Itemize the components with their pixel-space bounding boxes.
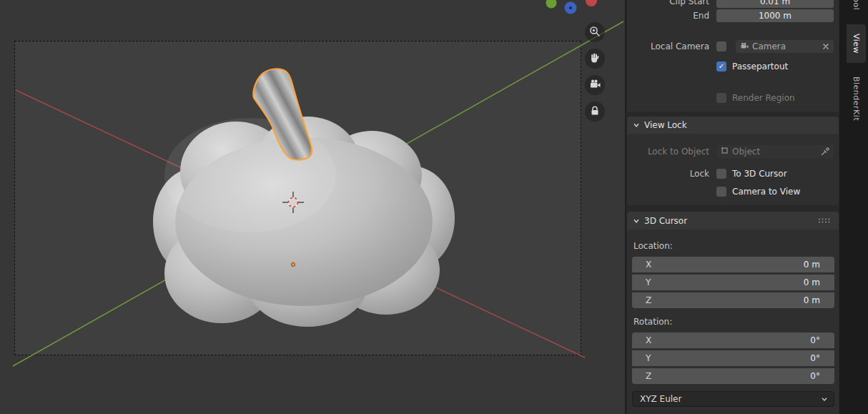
cursor-location-y-field[interactable]: Y 0 m xyxy=(632,275,834,290)
gizmo-y-axis-ball[interactable] xyxy=(546,0,557,9)
clip-start-field[interactable]: 0.01 m xyxy=(716,0,834,8)
blender-window: Clip Start 0.01 m End 1000 m Local Camer… xyxy=(0,0,868,414)
object-data-icon xyxy=(721,147,729,157)
lock-label: Lock xyxy=(626,169,716,179)
camera-icon xyxy=(588,78,601,93)
navigation-gizmo[interactable] xyxy=(546,0,598,14)
local-camera-label: Local Camera xyxy=(626,41,716,51)
clip-end-label: End xyxy=(626,11,716,21)
viewport-toolbar xyxy=(585,22,605,128)
camera-to-view-checkbox[interactable] xyxy=(716,187,726,197)
camera-to-view-label: Camera to View xyxy=(732,187,800,197)
render-region-label: Render Region xyxy=(732,93,795,103)
camera-view-button[interactable] xyxy=(585,75,605,95)
chevron-down-icon xyxy=(633,122,640,129)
gizmo-x-axis-ball[interactable] xyxy=(586,0,597,6)
object-origin-dot xyxy=(291,262,295,266)
lock-view-button[interactable] xyxy=(585,102,605,122)
location-label: Location: xyxy=(633,241,673,251)
clear-camera-icon[interactable] xyxy=(822,43,829,50)
eyedropper-icon[interactable] xyxy=(821,147,829,156)
cursor-rotation-z-field[interactable]: Z 0° xyxy=(632,368,834,384)
chevron-down-icon xyxy=(821,397,828,402)
cursor-location-x-field[interactable]: X 0 m xyxy=(632,257,834,272)
tab-tool[interactable]: Tool xyxy=(847,0,866,19)
camera-data-icon xyxy=(740,41,749,51)
sidebar-tab-strip: Tool View BlenderKit xyxy=(839,0,868,414)
sidebar-panel: Clip Start 0.01 m End 1000 m Local Camer… xyxy=(625,0,839,414)
tab-blenderkit[interactable]: BlenderKit xyxy=(847,67,866,130)
local-camera-checkbox[interactable] xyxy=(716,41,726,51)
object-placeholder: Object xyxy=(732,147,760,157)
tab-view[interactable]: View xyxy=(847,24,866,63)
lock-to-object-field[interactable]: Object xyxy=(716,145,834,158)
local-camera-field[interactable]: Camera xyxy=(736,40,834,53)
pan-button[interactable] xyxy=(585,49,605,69)
view-lock-panel-header[interactable]: View Lock xyxy=(627,117,839,134)
chevron-down-icon xyxy=(633,217,640,225)
viewport-3d[interactable] xyxy=(0,0,625,414)
to-3d-cursor-checkbox[interactable] xyxy=(716,169,726,179)
pumpkin-object[interactable] xyxy=(153,69,455,327)
to-3d-cursor-label: To 3D Cursor xyxy=(732,169,787,179)
scene-canvas xyxy=(0,0,625,414)
rotation-label: Rotation: xyxy=(633,317,672,327)
cursor-location-z-field[interactable]: Z 0 m xyxy=(632,292,834,308)
cursor-rotation-x-field[interactable]: X 0° xyxy=(632,332,834,348)
hand-icon xyxy=(588,51,601,66)
zoom-icon xyxy=(588,25,601,40)
cursor-panel-header[interactable]: 3D Cursor xyxy=(627,212,839,230)
lock-to-object-label: Lock to Object xyxy=(626,147,716,157)
clip-end-field[interactable]: 1000 m xyxy=(716,9,834,22)
view-lock-title: View Lock xyxy=(644,120,687,130)
passepartout-label: Passepartout xyxy=(732,61,788,72)
cursor-panel-title: 3D Cursor xyxy=(644,216,687,226)
passepartout-checkbox[interactable]: ✓ xyxy=(716,61,726,72)
cursor-rotation-y-field[interactable]: Y 0° xyxy=(632,350,834,366)
clip-start-label: Clip Start xyxy=(626,0,716,6)
panel-grip-icon[interactable] xyxy=(818,217,832,224)
rotation-mode-dropdown[interactable]: XYZ Euler xyxy=(632,391,834,407)
lock-icon xyxy=(588,104,601,119)
zoom-button[interactable] xyxy=(585,22,605,42)
render-region-checkbox[interactable] xyxy=(716,93,726,103)
